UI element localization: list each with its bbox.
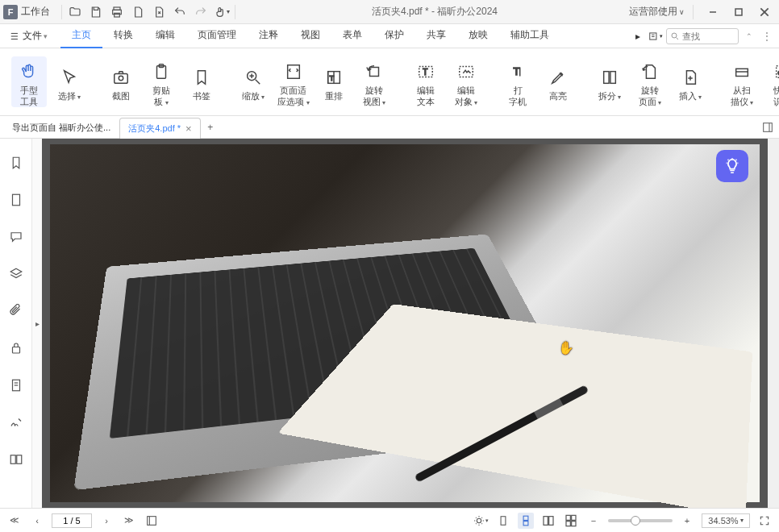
zoom-in-button[interactable]: + bbox=[679, 513, 695, 529]
select-button[interactable]: 选择 bbox=[52, 62, 87, 102]
fit-page-button[interactable]: 页面适 应选项 bbox=[276, 56, 311, 106]
edit-object-button[interactable]: 编辑 对象 bbox=[448, 56, 484, 106]
tab-home[interactable]: 主页 bbox=[60, 23, 102, 48]
redo-icon[interactable] bbox=[193, 4, 209, 20]
doc-tab-2[interactable]: 活页夹4.pdf *× bbox=[119, 118, 200, 139]
split-icon bbox=[599, 67, 620, 88]
collapse-ribbon-icon[interactable]: ⌃ bbox=[742, 29, 756, 44]
zoom-slider[interactable] bbox=[608, 519, 673, 522]
first-page-button[interactable]: ≪ bbox=[6, 515, 23, 526]
next-page-button[interactable]: › bbox=[98, 516, 115, 526]
typewriter-button[interactable]: T打 字机 bbox=[500, 56, 535, 106]
tab-view[interactable]: 视图 bbox=[290, 23, 331, 48]
typewriter-icon: T bbox=[507, 61, 528, 82]
svg-rect-49 bbox=[148, 516, 156, 525]
brightness-icon[interactable]: ▾ bbox=[473, 513, 489, 529]
edit-text-button[interactable]: T编辑 文本 bbox=[408, 56, 444, 106]
rotate-page-button[interactable]: 旋转 页面 bbox=[632, 56, 668, 106]
continuous-page-icon[interactable] bbox=[518, 513, 534, 529]
tips-button[interactable] bbox=[716, 150, 748, 182]
zoom-out-button[interactable]: − bbox=[585, 513, 602, 529]
reading-mode-icon[interactable] bbox=[144, 513, 160, 529]
svg-text:T: T bbox=[423, 68, 427, 77]
sidebar-expander[interactable] bbox=[32, 139, 42, 508]
search-input[interactable] bbox=[682, 31, 731, 41]
document-tabstrip: 导出页面自 福昕办公使... 活页夹4.pdf *× + bbox=[0, 116, 779, 139]
clipboard-button[interactable]: 剪贴 板 bbox=[144, 56, 179, 106]
security-panel-icon[interactable] bbox=[8, 340, 24, 356]
attachments-panel-icon[interactable] bbox=[8, 303, 24, 319]
export-doc-icon[interactable] bbox=[151, 4, 167, 20]
close-button[interactable] bbox=[753, 2, 776, 22]
zoom-button[interactable]: 缩放 bbox=[235, 62, 271, 102]
status-bar: ≪ ‹ › ≫ ▾ − + 34.53%▾ bbox=[0, 508, 779, 532]
touch-icon[interactable]: ▾ bbox=[214, 4, 230, 20]
comments-panel-icon[interactable] bbox=[8, 229, 24, 245]
document-viewport[interactable]: ✋ bbox=[42, 139, 768, 508]
svg-rect-58 bbox=[566, 521, 570, 526]
vertical-scrollbar[interactable] bbox=[768, 139, 779, 508]
layers-panel-icon[interactable] bbox=[8, 266, 24, 282]
close-tab-icon[interactable]: × bbox=[185, 123, 192, 135]
bookmark-button[interactable]: 书签 bbox=[184, 62, 219, 102]
tab-page-manage[interactable]: 页面管理 bbox=[186, 23, 248, 48]
tab-form[interactable]: 表单 bbox=[331, 23, 373, 48]
add-tab-button[interactable]: + bbox=[201, 122, 220, 133]
page-number-input[interactable] bbox=[52, 513, 92, 528]
tab-slideshow[interactable]: 放映 bbox=[457, 23, 499, 48]
new-doc-icon[interactable] bbox=[130, 4, 146, 20]
last-page-button[interactable]: ≫ bbox=[121, 515, 137, 526]
tab-share[interactable]: 共享 bbox=[415, 23, 457, 48]
zoom-value[interactable]: 34.53%▾ bbox=[702, 513, 750, 528]
open-icon[interactable] bbox=[67, 4, 83, 20]
from-scanner-button[interactable]: 从扫 描仪 bbox=[724, 56, 760, 106]
signature-panel-icon[interactable] bbox=[8, 414, 24, 430]
tab-annotate[interactable]: 注释 bbox=[248, 23, 290, 48]
undo-icon[interactable] bbox=[172, 4, 188, 20]
panel-toggle-icon[interactable] bbox=[760, 119, 776, 135]
svg-rect-52 bbox=[523, 516, 528, 520]
page-content bbox=[50, 144, 760, 502]
scanner-icon bbox=[731, 61, 752, 82]
insert-button[interactable]: 插入 bbox=[673, 62, 708, 102]
ocr-icon: OCR bbox=[772, 61, 779, 82]
pages-panel-icon[interactable] bbox=[8, 192, 24, 208]
svg-rect-37 bbox=[12, 194, 19, 206]
fullscreen-button[interactable] bbox=[756, 513, 773, 529]
two-page-continuous-icon[interactable] bbox=[563, 513, 579, 529]
workspace-label[interactable]: 工作台 bbox=[21, 5, 50, 19]
svg-rect-53 bbox=[523, 521, 528, 525]
bookmark-panel-icon[interactable] bbox=[8, 155, 24, 171]
search-box[interactable] bbox=[666, 28, 739, 44]
svg-line-18 bbox=[256, 80, 260, 85]
compare-panel-icon[interactable] bbox=[8, 451, 24, 468]
hand-tool-button[interactable]: 手型 工具 bbox=[11, 56, 47, 106]
quick-ocr-button[interactable]: OCR快速 识别 bbox=[764, 56, 779, 106]
left-sidebar bbox=[0, 139, 32, 508]
scroll-right-icon[interactable]: ▸ bbox=[631, 29, 645, 44]
tab-convert[interactable]: 转换 bbox=[102, 23, 144, 48]
usage-dropdown[interactable]: 运营部使用∨ bbox=[629, 5, 685, 19]
doc-tab-1[interactable]: 导出页面自 福昕办公使... bbox=[3, 117, 119, 138]
prev-page-button[interactable]: ‹ bbox=[29, 516, 45, 526]
tab-protect[interactable]: 保护 bbox=[373, 23, 415, 48]
more-icon[interactable]: ⋮ bbox=[760, 29, 774, 44]
two-page-icon[interactable] bbox=[540, 513, 556, 529]
reflow-button[interactable]: T重排 bbox=[316, 62, 352, 102]
form-panel-icon[interactable] bbox=[8, 377, 24, 393]
svg-rect-32 bbox=[736, 69, 748, 77]
rotate-view-button[interactable]: 旋转 视图 bbox=[356, 56, 392, 106]
minimize-button[interactable] bbox=[702, 2, 724, 22]
tab-edit[interactable]: 编辑 bbox=[144, 23, 186, 48]
maximize-button[interactable] bbox=[727, 2, 750, 22]
app-logo-icon: F bbox=[3, 5, 18, 19]
print-icon[interactable] bbox=[109, 4, 125, 20]
highlight-button[interactable]: 高亮 bbox=[540, 62, 576, 102]
screenshot-button[interactable]: 截图 bbox=[103, 62, 139, 102]
tab-accessibility[interactable]: 辅助工具 bbox=[499, 23, 560, 48]
split-button[interactable]: 拆分 bbox=[592, 62, 627, 102]
ribbon-options-icon[interactable]: ▾ bbox=[648, 29, 663, 44]
save-icon[interactable] bbox=[88, 4, 104, 20]
file-menu[interactable]: 文件 ▾ bbox=[5, 27, 52, 44]
single-page-icon[interactable] bbox=[495, 513, 511, 529]
